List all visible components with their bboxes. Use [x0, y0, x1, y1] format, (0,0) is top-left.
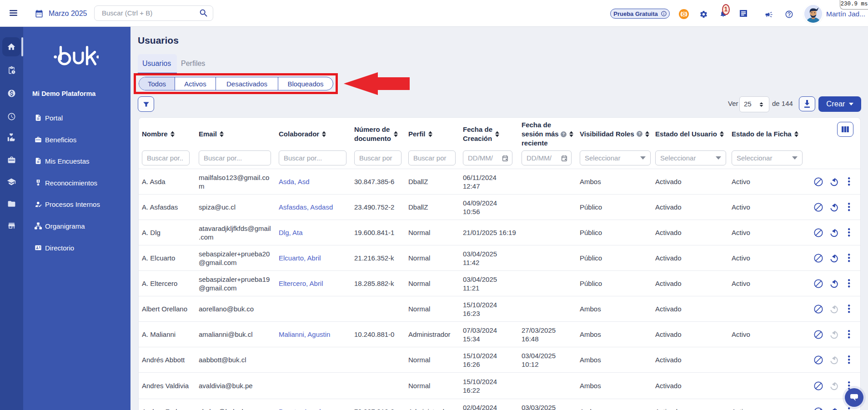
svg-text:?: ? — [638, 131, 641, 136]
svg-text:?: ? — [562, 132, 565, 136]
